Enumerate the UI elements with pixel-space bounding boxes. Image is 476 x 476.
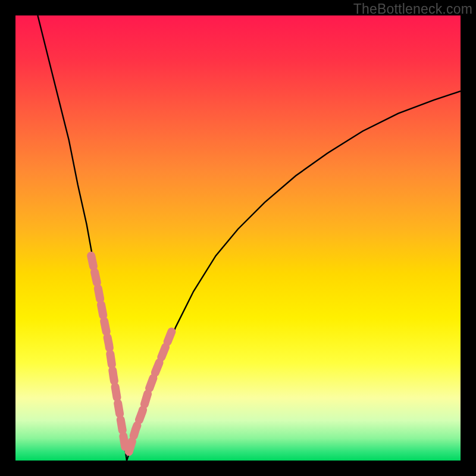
black-frame: TheBottleneck.com [0,0,476,476]
plot-area [15,15,461,461]
right-pink-overlay [129,327,174,452]
chart-svg [15,15,461,461]
watermark-text: TheBottleneck.com [353,1,472,17]
left-pink-overlay [91,256,126,452]
right-curve [127,91,461,461]
